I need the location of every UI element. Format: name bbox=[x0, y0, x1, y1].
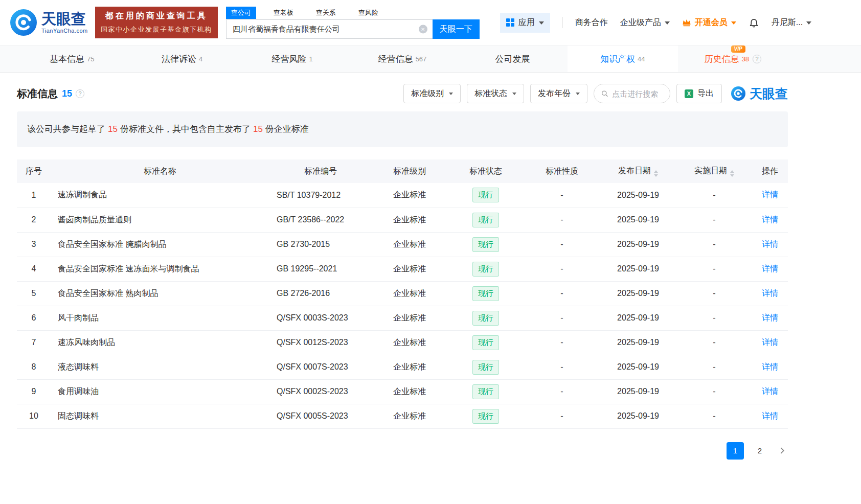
summary-text: 该公司共参与起草了 bbox=[27, 124, 105, 134]
standard-name: 食用调味油 bbox=[51, 379, 269, 404]
notification-bell[interactable] bbox=[749, 17, 759, 28]
standard-level: 企业标准 bbox=[372, 355, 447, 379]
implement-date: - bbox=[676, 208, 752, 232]
publish-date: 2025-09-19 bbox=[600, 379, 676, 404]
standard-level: 企业标准 bbox=[372, 281, 447, 306]
vip-badge: VIP bbox=[731, 45, 745, 53]
implement-date: - bbox=[676, 281, 752, 306]
standard-name: 酱卤肉制品质量通则 bbox=[51, 208, 269, 232]
page-1[interactable]: 1 bbox=[727, 442, 744, 460]
filter-publish-year[interactable]: 发布年份 bbox=[530, 84, 587, 103]
tab-intellectual-property[interactable]: 知识产权 44 bbox=[568, 45, 677, 72]
status-badge: 现行 bbox=[472, 335, 499, 350]
standard-code: GB/T 23586--2022 bbox=[269, 208, 372, 232]
row-index: 5 bbox=[17, 281, 51, 306]
publish-date: 2025-09-19 bbox=[600, 306, 676, 330]
page-2[interactable]: 2 bbox=[751, 442, 768, 460]
detail-link[interactable]: 详情 bbox=[762, 338, 778, 347]
standard-nature: - bbox=[524, 183, 600, 208]
clear-icon[interactable]: ✕ bbox=[419, 25, 427, 34]
standard-code: Q/SFX 0005S-2023 bbox=[269, 404, 372, 428]
export-button[interactable]: X 导出 bbox=[676, 84, 722, 103]
search-tab-boss[interactable]: 查老板 bbox=[268, 7, 299, 19]
filter-standard-status[interactable]: 标准状态 bbox=[467, 84, 524, 103]
tab-operation-info[interactable]: 经营信息 567 bbox=[347, 45, 457, 72]
implement-date: - bbox=[676, 404, 752, 428]
tianyancha-logo-icon bbox=[731, 86, 745, 101]
main-content: 标准信息 15 ? 标准级别 标准状态 发布年份 X 导出 bbox=[17, 84, 788, 460]
next-page-button[interactable] bbox=[776, 442, 788, 460]
tab-basic-info[interactable]: 基本信息 75 bbox=[17, 45, 127, 72]
search-tab-risk[interactable]: 查风险 bbox=[353, 7, 383, 19]
detail-link[interactable]: 详情 bbox=[762, 387, 778, 396]
search-icon bbox=[601, 89, 608, 98]
status-badge: 现行 bbox=[472, 262, 499, 277]
tianyancha-logo[interactable]: 天眼查 TianYanCha.com bbox=[10, 9, 88, 36]
table-row: 2 酱卤肉制品质量通则 GB/T 23586--2022 企业标准 现行 - 2… bbox=[17, 208, 788, 232]
standard-nature: - bbox=[524, 306, 600, 330]
nav-vip-upgrade[interactable]: 开通会员 bbox=[682, 17, 736, 28]
standard-code: GB 19295--2021 bbox=[269, 257, 372, 281]
publish-date: 2025-09-19 bbox=[600, 404, 676, 428]
implement-date: - bbox=[676, 183, 752, 208]
search-input[interactable] bbox=[226, 19, 433, 39]
column-header-action: 操作 bbox=[752, 159, 788, 183]
tab-history[interactable]: 历史信息 38 VIP ? bbox=[678, 45, 788, 72]
status-badge: 现行 bbox=[472, 286, 499, 301]
column-header-publish-date[interactable]: 发布日期 bbox=[600, 159, 676, 183]
detail-link[interactable]: 详情 bbox=[762, 313, 778, 322]
column-header-index: 序号 bbox=[17, 159, 51, 183]
standard-name: 速冻风味肉制品 bbox=[51, 330, 269, 355]
search-block: 查公司查老板查关系查风险 ✕ 天眼一下 bbox=[226, 6, 480, 39]
filter-standard-level[interactable]: 标准级别 bbox=[403, 84, 461, 103]
publish-date: 2025-09-19 bbox=[600, 183, 676, 208]
column-header-name: 标准名称 bbox=[51, 159, 269, 183]
section-header: 标准信息 15 ? 标准级别 标准状态 发布年份 X 导出 bbox=[17, 84, 788, 103]
top-nav: 应用 商务合作 企业级产品 开通会员 丹尼斯... bbox=[500, 13, 811, 33]
promo-banner: 都在用的商业查询工具 国家中小企业发展子基金旗下机构 bbox=[95, 7, 218, 38]
apps-menu-button[interactable]: 应用 bbox=[500, 13, 550, 33]
nav-enterprise-products[interactable]: 企业级产品 bbox=[620, 17, 670, 28]
chevron-right-icon bbox=[779, 447, 785, 454]
standard-name: 食品安全国家标准 速冻面米与调制食品 bbox=[51, 257, 269, 281]
search-button[interactable]: 天眼一下 bbox=[433, 19, 480, 39]
column-header-nature: 标准性质 bbox=[524, 159, 600, 183]
standard-code: GB 2726-2016 bbox=[269, 281, 372, 306]
summary-banner: 该公司共参与起草了15份标准文件，其中包含自主发布了15份企业标准 bbox=[17, 111, 788, 147]
table-search-input[interactable] bbox=[612, 89, 663, 98]
row-index: 4 bbox=[17, 257, 51, 281]
detail-link[interactable]: 详情 bbox=[762, 264, 778, 273]
user-menu[interactable]: 丹尼斯... bbox=[772, 17, 811, 28]
standard-code: Q/SFX 0003S-2023 bbox=[269, 306, 372, 330]
tab-company-development[interactable]: 公司发展 bbox=[458, 45, 568, 72]
search-tab-company[interactable]: 查公司 bbox=[226, 7, 256, 19]
publish-date: 2025-09-19 bbox=[600, 281, 676, 306]
column-header-implement-date[interactable]: 实施日期 bbox=[676, 159, 752, 183]
standard-level: 企业标准 bbox=[372, 257, 447, 281]
standard-code: Q/SFX 0012S-2023 bbox=[269, 330, 372, 355]
tianyancha-watermark: 天眼查 bbox=[731, 85, 788, 102]
detail-link[interactable]: 详情 bbox=[762, 215, 778, 224]
search-tab-relation[interactable]: 查关系 bbox=[311, 7, 341, 19]
detail-link[interactable]: 详情 bbox=[762, 411, 778, 420]
standard-name: 速冻调制食品 bbox=[51, 183, 269, 208]
brand-domain: TianYanCha.com bbox=[41, 28, 88, 34]
standard-name: 固态调味料 bbox=[51, 404, 269, 428]
nav-business-cooperation[interactable]: 商务合作 bbox=[575, 17, 608, 28]
publish-date: 2025-09-19 bbox=[600, 257, 676, 281]
watermark-text: 天眼查 bbox=[750, 85, 788, 102]
table-search[interactable] bbox=[594, 84, 670, 103]
standard-code: Q/SFX 0002S-2023 bbox=[269, 379, 372, 404]
detail-link[interactable]: 详情 bbox=[762, 362, 778, 371]
status-badge: 现行 bbox=[472, 384, 499, 399]
detail-link[interactable]: 详情 bbox=[762, 190, 778, 199]
detail-link[interactable]: 详情 bbox=[762, 240, 778, 248]
tab-operation-risk[interactable]: 经营风险 1 bbox=[237, 45, 347, 72]
row-index: 1 bbox=[17, 183, 51, 208]
status-badge: 现行 bbox=[472, 188, 499, 202]
standard-nature: - bbox=[524, 281, 600, 306]
detail-link[interactable]: 详情 bbox=[762, 289, 778, 297]
row-index: 7 bbox=[17, 330, 51, 355]
publish-date: 2025-09-19 bbox=[600, 208, 676, 232]
tab-legal[interactable]: 法律诉讼 4 bbox=[127, 45, 237, 72]
